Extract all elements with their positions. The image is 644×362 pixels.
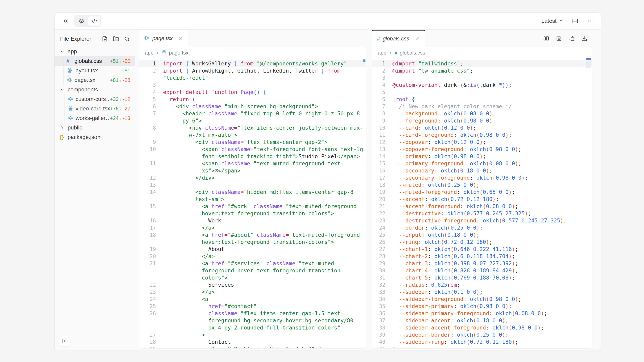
chevron-right-icon [389,51,392,55]
code-toggle-button[interactable] [88,16,100,26]
code-line-5: 5 [372,89,592,96]
line-number: 13 [372,146,385,153]
code-line-19: 19About [139,246,366,253]
search-icon [124,36,130,42]
code-line-9: 9<div className="flex items-center gap-2… [139,139,366,146]
code-line-21: 21<a href="#services" className="text-mu… [139,260,366,281]
diff-badge: +81 / -28 [110,77,135,83]
tree-item-label: package.json [68,134,130,140]
code-line-14: 14--primary: oklch(0.98 0 0); [372,153,592,160]
code-line-27: 27--chart-1: oklch(0.646 0.222 41.116); [372,246,592,253]
search-files-button[interactable] [124,36,130,42]
line-number: 1 [139,60,156,67]
breadcrumb-file: globals.css [400,50,425,56]
tree-file-package.json[interactable]: {}package.json [54,132,135,142]
tree-item-label: works-galler… [76,115,110,121]
line-number: 3 [139,81,156,89]
code-line-34: 34--sidebar-foreground: oklch(0.98 0 0); [372,296,592,303]
new-folder-button[interactable] [113,36,119,42]
scrollbar-thumb[interactable] [586,61,591,68]
collapse-sidebar-button[interactable] [60,336,70,346]
line-number: 11 [139,160,156,174]
tree-file-video-card.tsx[interactable]: video-card.tsx+76 / -27 [54,104,135,113]
line-number: 4 [139,89,156,96]
line-number: 20 [372,196,385,203]
tree-file-layout.tsx[interactable]: layout.tsx+51 [54,66,135,75]
copy-code-button[interactable] [568,35,574,41]
open-preview-window-button[interactable] [572,18,578,24]
line-number: 24 [372,224,385,231]
download-button[interactable] [581,35,587,41]
code-line-8: 8<nav className="flex items-center justi… [139,124,366,139]
tree-folder-app[interactable]: app [54,47,135,56]
close-tab-icon[interactable] [415,36,420,41]
hash-icon: # [66,58,74,64]
breadcrumb: app page.tsx [139,47,366,59]
tree-folder-components[interactable]: components [54,85,135,94]
tree-file-page.tsx[interactable]: page.tsx+81 / -28 [54,75,135,85]
code-line-16: 16Work [139,217,366,224]
more-options-button[interactable] [587,18,594,24]
split-view-icon [543,35,549,41]
line-number: 9 [372,117,385,124]
line-number: 16 [372,167,385,174]
line-number: 10 [139,146,156,160]
editor-pane-page-tsx: page.tsx app [139,30,366,349]
code-line-29: 29<ArrowUpRight className="w-4 h-4" /> [139,346,366,349]
code-line-40: 40--sidebar-ring: oklch(0.72 0.12 180); [372,339,592,346]
line-number: 28 [139,339,156,346]
react-icon [144,35,150,42]
tab-globals-css[interactable]: # globals.css [372,30,425,47]
code-line-5: 5return ( [139,96,366,103]
tree-file-works-galler-[interactable]: works-galler…+24 / -13 [54,113,135,123]
line-number: 21 [372,203,385,210]
tabbar-right: # globals.css [372,30,592,47]
line-number: 18 [372,181,385,189]
code-editor-page-tsx[interactable]: 1import { WorksGallery } from "@/compone… [139,59,366,349]
arrow-left-to-line-icon [62,338,68,344]
line-number: 24 [139,296,156,303]
breadcrumb-folder[interactable]: app [378,50,386,56]
line-number: 26 [372,239,385,246]
react-icon [68,115,76,121]
editor-pane-globals-css: # globals.css [372,30,592,349]
code-line-20: 20</a> [139,253,366,260]
line-number: 22 [139,281,156,289]
diff-badge: +33 / -12 [110,96,135,102]
code-line-6: 6:root { [372,96,592,103]
line-number: 13 [139,181,156,189]
line-number: 14 [372,153,385,160]
file-plus-icon [102,36,108,42]
braces-icon: {} [60,134,68,140]
tree-item-label: components [68,86,130,93]
collapse-chat-button[interactable] [62,18,69,24]
line-number: 20 [139,253,156,260]
line-number: 14 [139,189,156,203]
tree-item-label: globals.css [74,58,110,64]
tree-file-globals.css[interactable]: #globals.css+51 / -50 [54,56,135,66]
version-dropdown[interactable]: Latest [542,18,563,24]
line-number: 25 [372,231,385,239]
file-diff-button[interactable] [556,35,562,41]
tab-page-tsx[interactable]: page.tsx [139,30,188,47]
split-view-button[interactable] [543,35,549,41]
breadcrumb-folder[interactable]: app [145,50,153,56]
preview-toggle-button[interactable] [76,16,88,26]
tree-file-custom-curs-[interactable]: custom-curs…+33 / -12 [54,94,135,104]
diff-badge: +76 / -27 [110,106,135,112]
line-number: 2 [372,67,385,74]
code-line-28: 28--chart-2: oklch(0.6 0.118 184.704); [372,253,592,260]
close-tab-icon[interactable] [178,36,183,41]
code-line-10: 10<span className="text-foreground font-… [139,146,366,160]
tree-folder-public[interactable]: public [54,123,135,132]
line-number: 6 [372,96,385,103]
line-number: 17 [139,224,156,231]
breadcrumb-file: page.tsx [169,50,188,56]
new-file-button[interactable] [102,36,108,42]
line-number: 39 [372,331,385,339]
file-explorer-title: File Explorer [60,36,102,42]
scrollbar-diff-marker [363,59,366,62]
line-number: 12 [372,139,385,146]
code-line-4: 4export default function Page() { [139,89,366,96]
code-editor-globals-css[interactable]: 1@import "tailwindcss";2@import "tw-anim… [372,59,592,349]
